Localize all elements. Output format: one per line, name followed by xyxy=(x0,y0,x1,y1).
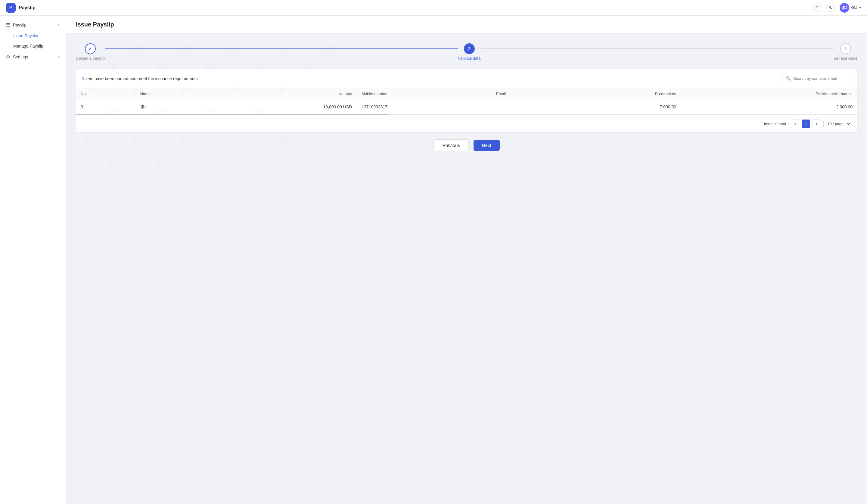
sidebar-payslip-label: Payslip xyxy=(13,23,26,28)
cell-position-performance: 2,000.00 xyxy=(681,100,857,114)
scroll-thumb xyxy=(76,114,388,115)
help-icon[interactable]: ? xyxy=(813,4,822,12)
sidebar-settings-label: Settings xyxy=(13,54,28,59)
content-area: 张J 张J 张J 张J 张J 张J 张J 张J 张J 张J 张J 张J 张J 张… xyxy=(66,34,867,504)
next-button[interactable]: Next xyxy=(473,140,500,151)
sidebar-item-settings[interactable]: ⚙ Settings ∨ xyxy=(0,51,66,63)
step-1-label: Upload a payslip xyxy=(76,56,105,61)
col-no: No. xyxy=(76,88,136,100)
user-name: 张J xyxy=(851,5,857,11)
search-icon: 🔍 xyxy=(786,76,791,81)
info-text: 1 item have been parsed and meet the iss… xyxy=(82,76,197,81)
avatar: 张J xyxy=(839,3,849,13)
app-title: Payslip xyxy=(19,5,35,11)
scroll-indicator xyxy=(76,114,857,115)
action-row: Previous Next xyxy=(76,132,857,153)
pagination-page-1[interactable]: 1 xyxy=(802,119,810,128)
manage-payslip-label: Manage Payslip xyxy=(13,44,43,49)
cell-name: 张J xyxy=(136,100,211,114)
cell-no: 3 xyxy=(76,100,136,114)
step-2: 2 Validate data xyxy=(458,43,480,61)
step-3: 3 Set and issue xyxy=(834,43,857,61)
layout: ☰ Payslip ∧ Issue Payslip Manage Payslip… xyxy=(0,16,867,504)
table-wrap: No. Name Net pay Mobile number Email Bas… xyxy=(76,88,857,114)
settings-icon: ⚙ xyxy=(6,54,10,60)
col-basic-salary: Basic salary xyxy=(565,88,681,100)
per-page-select[interactable]: 10 / page 20 / page 50 / page xyxy=(823,120,851,128)
col-position-performance: Position performance xyxy=(681,88,857,100)
chevron-down-icon: ▾ xyxy=(859,6,861,10)
steps-container: ✓ Upload a payslip 2 Validate data 3 Set… xyxy=(76,43,857,61)
main-content: Issue Payslip 张J 张J 张J 张J 张J 张J 张J 张J 张J… xyxy=(66,16,867,504)
info-row: 1 item have been parsed and meet the iss… xyxy=(76,69,857,88)
cell-net-pay: 10,000.00 USD xyxy=(211,100,357,114)
col-net-pay: Net pay xyxy=(211,88,357,100)
chevron-up-icon: ∧ xyxy=(57,23,60,27)
item-count: 1 xyxy=(82,76,84,81)
sidebar-sub: Issue Payslip Manage Payslip xyxy=(0,31,66,51)
issue-payslip-label: Issue Payslip xyxy=(13,33,38,38)
page-header: Issue Payslip xyxy=(66,16,867,34)
sidebar-item-payslip[interactable]: ☰ Payslip ∧ xyxy=(0,19,66,31)
sidebar-section-settings: ⚙ Settings ∨ xyxy=(0,51,66,63)
page-title: Issue Payslip xyxy=(76,21,114,28)
topbar-right: ? ↻ 张J 张J ▾ xyxy=(813,3,861,13)
step-3-label: Set and issue xyxy=(834,56,857,61)
payslip-icon: ☰ xyxy=(6,22,10,28)
previous-button[interactable]: Previous xyxy=(434,139,469,151)
chevron-down-icon: ∨ xyxy=(57,55,60,59)
step-2-circle: 2 xyxy=(464,43,475,54)
sidebar-section-payslip: ☰ Payslip ∧ Issue Payslip Manage Payslip xyxy=(0,19,66,51)
search-box[interactable]: 🔍 xyxy=(782,74,851,83)
step-3-circle: 3 xyxy=(840,43,851,54)
sidebar: ☰ Payslip ∧ Issue Payslip Manage Payslip… xyxy=(0,16,66,504)
pagination-total: 1 items in total xyxy=(761,122,786,126)
step-line-1-2 xyxy=(105,49,458,49)
table-row: 3 张J 10,000.00 USD 13710932317 7,000.00 … xyxy=(76,100,857,114)
topbar: P Payslip ? ↻ 张J 张J ▾ xyxy=(0,0,867,16)
pagination-prev-btn[interactable]: < xyxy=(791,119,799,128)
cell-basic-salary: 7,000.00 xyxy=(565,100,681,114)
step-2-label: Validate data xyxy=(458,56,480,61)
topbar-left: P Payslip xyxy=(6,3,35,13)
refresh-icon[interactable]: ↻ xyxy=(826,4,835,12)
col-mobile: Mobile number xyxy=(357,88,491,100)
step-1: ✓ Upload a payslip xyxy=(76,43,105,61)
data-table: No. Name Net pay Mobile number Email Bas… xyxy=(76,88,857,114)
app-logo: P xyxy=(6,3,16,13)
sidebar-item-manage-payslip[interactable]: Manage Payslip xyxy=(0,41,66,51)
pagination-next-btn[interactable]: > xyxy=(813,119,821,128)
step-line-2-3 xyxy=(480,49,834,49)
sidebar-item-issue-payslip[interactable]: Issue Payslip xyxy=(0,31,66,41)
step-1-circle: ✓ xyxy=(85,43,96,54)
cell-email xyxy=(491,100,565,114)
user-menu[interactable]: 张J 张J ▾ xyxy=(839,3,861,13)
col-name: Name xyxy=(136,88,211,100)
info-description: item have been parsed and meet the issua… xyxy=(85,76,198,81)
search-input[interactable] xyxy=(793,76,847,81)
cell-mobile: 13710932317 xyxy=(357,100,491,114)
col-email: Email xyxy=(491,88,565,100)
pagination-row: 1 items in total < 1 > 10 / page 20 / pa… xyxy=(76,115,857,132)
main-card: 1 item have been parsed and meet the iss… xyxy=(76,69,857,132)
table-header-row: No. Name Net pay Mobile number Email Bas… xyxy=(76,88,857,100)
